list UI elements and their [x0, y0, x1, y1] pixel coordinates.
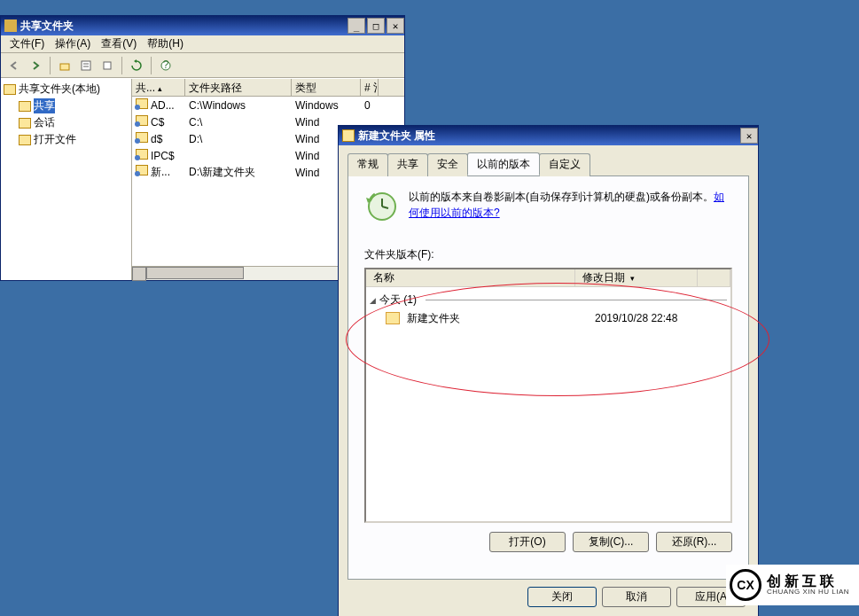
svg-rect-0: [60, 64, 69, 70]
dialog-buttons: 关闭 取消 应用(A: [348, 587, 749, 607]
col-path[interactable]: 文件夹路径: [185, 79, 292, 96]
copy-button[interactable]: 复制(C)...: [573, 532, 649, 552]
tab-security[interactable]: 安全: [427, 153, 468, 176]
mmc-title: 共享文件夹: [20, 19, 346, 34]
tab-sharing[interactable]: 共享: [387, 153, 428, 176]
svg-text:?: ?: [163, 59, 169, 71]
info-text: 以前的版本来自卷影副本(自动保存到计算机的硬盘)或备份副本。如何使用以前的版本?: [409, 189, 732, 224]
refresh-button[interactable]: [127, 56, 146, 75]
up-button[interactable]: [55, 56, 74, 75]
sort-asc-icon: ▴: [158, 84, 162, 93]
col-name[interactable]: 名称: [366, 269, 575, 286]
forward-button[interactable]: [26, 56, 45, 75]
group-label: 今天 (1): [379, 292, 417, 308]
open-button[interactable]: 打开(O): [489, 532, 566, 552]
group-today[interactable]: ◢ 今天 (1): [366, 287, 730, 309]
mmc-titlebar[interactable]: 共享文件夹 _ □ ✕: [1, 16, 404, 35]
tree-item-shares[interactable]: 共享: [3, 97, 129, 114]
versions-label: 文件夹版本(F):: [364, 247, 732, 262]
folder-icon: [19, 101, 31, 112]
menu-file[interactable]: 文件(F): [4, 35, 50, 53]
restore-button[interactable]: 还原(R)...: [656, 532, 732, 552]
share-icon: [136, 115, 148, 126]
minimize-button[interactable]: _: [348, 18, 365, 34]
tree-root-label: 共享文件夹(本地): [19, 82, 100, 97]
properties-dialog: 新建文件夹 属性 ✕ 常规 共享 安全 以前的版本 自定义 以前的版: [338, 125, 759, 616]
folder-icon: [19, 118, 31, 129]
tree-item-sessions[interactable]: 会话: [3, 114, 129, 131]
watermark-py: CHUANG XIN HU LIAN: [767, 589, 849, 597]
version-name: 新建文件夹: [407, 311, 595, 326]
svg-rect-4: [104, 62, 111, 69]
tree-pane[interactable]: 共享文件夹(本地) 共享 会话 打开文件: [1, 79, 132, 280]
share-icon: [136, 149, 148, 160]
export-button[interactable]: [98, 56, 117, 75]
scroll-left-button[interactable]: [132, 267, 146, 281]
back-button[interactable]: [4, 56, 24, 75]
tab-previous-versions[interactable]: 以前的版本: [467, 152, 540, 175]
close-button[interactable]: ✕: [740, 128, 758, 144]
maximize-button[interactable]: □: [367, 18, 385, 34]
divider: [426, 300, 727, 300]
tab-general[interactable]: 常规: [348, 153, 388, 176]
menu-action[interactable]: 操作(A): [50, 35, 96, 53]
versions-header: 名称 修改日期▾: [366, 269, 730, 287]
menubar: 文件(F) 操作(A) 查看(V) 帮助(H): [1, 35, 404, 53]
share-icon: [136, 165, 148, 175]
watermark: CX 创新互联 CHUANG XIN HU LIAN: [726, 565, 859, 605]
share-icon: [136, 132, 148, 143]
svg-rect-1: [82, 61, 90, 70]
tree-root[interactable]: 共享文件夹(本地): [3, 81, 129, 97]
version-date: 2019/10/28 22:48: [595, 312, 677, 324]
share-row[interactable]: AD... C:\Windows Windows 0: [132, 97, 404, 113]
tree-item-label: 打开文件: [34, 132, 76, 147]
folder-icon: [342, 129, 355, 142]
close-dialog-button[interactable]: 关闭: [527, 587, 597, 607]
list-header: 共... ▴ 文件夹路径 类型 # 氵: [132, 79, 404, 97]
menu-view[interactable]: 查看(V): [96, 35, 142, 53]
col-connections[interactable]: # 氵: [361, 79, 379, 96]
tab-customize[interactable]: 自定义: [539, 153, 590, 176]
share-icon: [136, 98, 148, 109]
watermark-cn: 创新互联: [767, 573, 849, 589]
tree-item-open-files[interactable]: 打开文件: [3, 131, 129, 148]
col-spacer: [698, 269, 730, 286]
version-item[interactable]: 新建文件夹 2019/10/28 22:48: [366, 309, 730, 327]
scroll-thumb[interactable]: [146, 267, 244, 279]
folder-icon: [19, 135, 31, 145]
folder-icon: [386, 312, 400, 324]
tab-panel-previous-versions: 以前的版本来自卷影副本(自动保存到计算机的硬盘)或备份副本。如何使用以前的版本?…: [348, 175, 749, 580]
properties-button[interactable]: [76, 56, 96, 75]
menu-help[interactable]: 帮助(H): [142, 35, 189, 53]
version-actions: 打开(O) 复制(C)... 还原(R)...: [364, 532, 732, 552]
folder-icon: [4, 84, 16, 95]
close-button[interactable]: ✕: [387, 18, 404, 34]
col-type[interactable]: 类型: [292, 79, 361, 96]
watermark-logo: CX: [730, 569, 761, 601]
help-button[interactable]: ?: [156, 56, 176, 75]
tab-strip: 常规 共享 安全 以前的版本 自定义: [348, 153, 749, 176]
props-titlebar[interactable]: 新建文件夹 属性 ✕: [339, 126, 758, 145]
app-icon: [4, 19, 17, 32]
tree-item-label: 共享: [34, 98, 55, 113]
props-title: 新建文件夹 属性: [358, 129, 738, 144]
chevron-down-icon: ◢: [370, 296, 376, 305]
versions-list[interactable]: 名称 修改日期▾ ◢ 今天 (1) 新建文件夹 2019/10/28 22:48: [364, 268, 732, 523]
cancel-button[interactable]: 取消: [602, 587, 671, 607]
tree-item-label: 会话: [34, 115, 55, 130]
sort-desc-icon: ▾: [630, 274, 635, 283]
toolbar: ?: [1, 53, 404, 78]
col-modified-date[interactable]: 修改日期▾: [575, 269, 698, 286]
clock-history-icon: [364, 189, 400, 224]
col-share-name[interactable]: 共... ▴: [132, 79, 185, 96]
